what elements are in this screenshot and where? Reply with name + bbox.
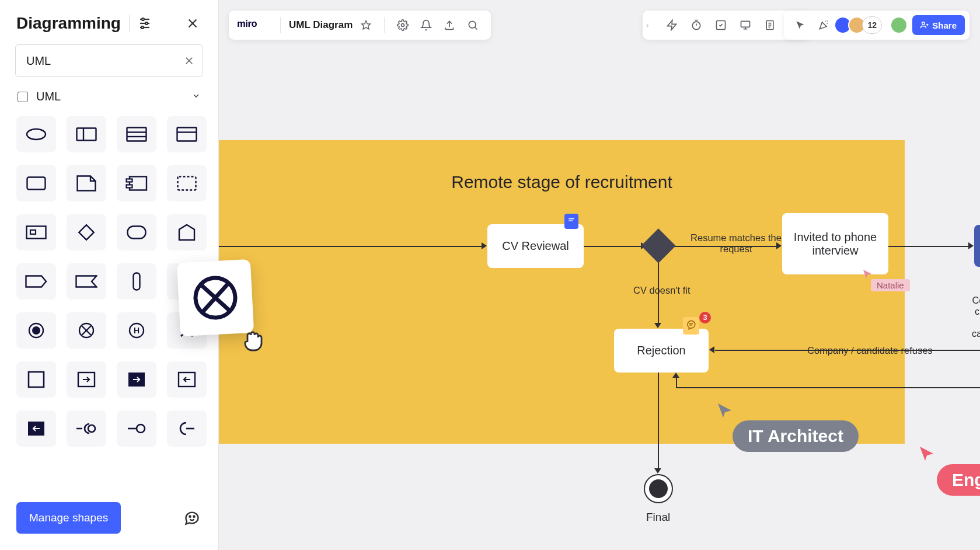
shape-selection[interactable] — [167, 165, 207, 201]
svg-rect-13 — [127, 128, 147, 141]
category-uml[interactable]: UML — [0, 77, 218, 116]
arrow-head-icon — [968, 242, 974, 249]
final-node[interactable] — [644, 474, 673, 503]
shape-state[interactable] — [117, 214, 156, 250]
svg-point-30 — [32, 326, 40, 335]
shape-frame[interactable] — [16, 361, 56, 398]
shape-note[interactable] — [67, 165, 106, 201]
shape-assembly[interactable] — [167, 410, 207, 447]
arrow-line — [658, 373, 659, 469]
shape-table[interactable] — [117, 116, 156, 152]
cursor-pointer-icon — [862, 269, 873, 279]
diagram-frame[interactable]: Remote stage of recruitment — [219, 140, 905, 444]
shape-provided-interface[interactable] — [67, 410, 106, 447]
settings-icon[interactable] — [138, 16, 152, 30]
svg-point-10 — [27, 129, 46, 140]
svg-point-45 — [137, 424, 145, 433]
sidebar-header: Diagramming — [0, 0, 218, 44]
shape-decision-diamond[interactable] — [67, 214, 106, 250]
search-wrap — [0, 44, 218, 77]
drag-preview-flow-final[interactable] — [177, 259, 254, 336]
svg-text:H: H — [134, 326, 139, 335]
svg-point-43 — [88, 425, 95, 432]
category-label: UML — [36, 90, 61, 103]
shape-ellipse[interactable] — [16, 116, 56, 152]
shape-flow-final[interactable] — [67, 312, 106, 349]
shape-class-box[interactable] — [67, 116, 106, 152]
chevron-down-icon[interactable] — [191, 91, 201, 103]
canvas[interactable]: Remote stage of recruitment CV Reviewal … — [219, 0, 980, 550]
node-phone-screening[interactable]: Phone screening — [974, 225, 980, 267]
grab-cursor-icon — [238, 327, 266, 357]
svg-rect-27 — [134, 273, 140, 290]
arrow-line — [888, 246, 969, 247]
svg-rect-21 — [127, 185, 132, 188]
shape-right-arrow-box-fill[interactable] — [117, 361, 156, 398]
category-checkbox-icon[interactable] — [18, 92, 28, 102]
comment-count-badge[interactable]: 3 — [699, 312, 711, 323]
svg-point-48 — [193, 516, 194, 517]
sidebar-footer: Manage shapes — [0, 490, 218, 550]
cursor-tag-engineer: Engineer — [937, 464, 980, 496]
cursor-tag-it-architect: IT Architect — [733, 420, 859, 452]
edge-label: Company chooses a candidate — [972, 295, 980, 339]
comment-icon[interactable] — [683, 317, 699, 335]
svg-rect-11 — [77, 128, 96, 141]
shape-bar-vert[interactable] — [117, 263, 156, 300]
arrow-head-icon — [654, 468, 661, 474]
shape-history-state[interactable]: H — [117, 312, 156, 349]
svg-point-5 — [141, 26, 144, 29]
arrow-line — [676, 377, 677, 388]
node-cv-reviewal[interactable]: CV Reviewal — [487, 224, 584, 268]
svg-rect-20 — [127, 179, 132, 182]
cursor-pointer-icon — [716, 402, 734, 419]
arrow-line — [584, 246, 644, 247]
svg-rect-38 — [29, 372, 44, 387]
manage-shapes-button[interactable]: Manage shapes — [16, 502, 121, 534]
close-icon[interactable] — [183, 14, 202, 33]
svg-rect-25 — [79, 225, 93, 239]
edge-label: Company / candidate refuses — [807, 345, 933, 356]
node-invited[interactable]: Invited to phone interview — [782, 213, 888, 274]
arrow-line — [219, 246, 482, 247]
shape-send-signal[interactable] — [16, 263, 56, 300]
svg-rect-16 — [177, 128, 197, 141]
shape-browser[interactable] — [167, 116, 207, 152]
shape-right-arrow-box[interactable] — [67, 361, 106, 398]
node-rejection[interactable]: Rejection — [614, 329, 709, 373]
search-input[interactable] — [15, 44, 203, 77]
arrow-line — [676, 387, 980, 388]
shape-left-arrow-box[interactable] — [167, 361, 207, 398]
shape-rounded-rect[interactable] — [16, 165, 56, 201]
sidebar-title: Diagramming — [16, 14, 121, 33]
clear-search-icon[interactable] — [182, 54, 196, 68]
reactions-icon[interactable] — [182, 508, 202, 528]
svg-point-1 — [142, 18, 144, 20]
arrow-head-icon — [482, 242, 487, 249]
arrow-head-icon — [672, 373, 679, 378]
shape-receive-signal[interactable] — [167, 214, 207, 250]
edge-label: CV doesn't fit — [633, 285, 690, 296]
svg-rect-22 — [178, 177, 196, 190]
svg-rect-24 — [30, 230, 36, 234]
shape-left-arrow-box-fill[interactable] — [16, 410, 56, 447]
svg-rect-26 — [128, 227, 146, 239]
shape-object[interactable] — [16, 214, 56, 250]
divider — [129, 15, 130, 32]
shape-initial-state[interactable] — [16, 312, 56, 349]
shape-send-signal-alt[interactable] — [67, 263, 106, 300]
final-label: Final — [646, 511, 670, 524]
arrow-head-icon — [709, 346, 714, 353]
comment-icon[interactable] — [564, 214, 578, 229]
svg-point-3 — [145, 22, 148, 25]
cursor-pointer-icon — [918, 445, 936, 462]
svg-rect-18 — [27, 177, 46, 190]
edge-label: Resume matches the request — [686, 232, 786, 255]
shape-component[interactable] — [117, 165, 156, 201]
shape-required-interface[interactable] — [117, 410, 156, 447]
cursor-tag-natalie: Natalie — [871, 279, 910, 291]
frame-title: Remote stage of recruitment — [451, 172, 672, 192]
arrow-head-icon — [654, 323, 661, 328]
svg-point-47 — [189, 516, 190, 517]
